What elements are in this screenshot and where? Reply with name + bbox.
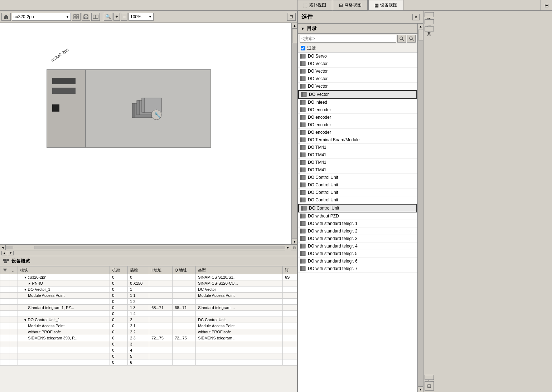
sidebar-btn-1[interactable]: 选件	[425, 12, 434, 17]
catalog-item[interactable]: DO with standard telegr. 2	[298, 227, 417, 235]
catalog-item-icon	[300, 197, 306, 203]
home-svg	[3, 14, 9, 20]
catalog-item[interactable]: DO encoder	[298, 114, 417, 121]
catalog-item[interactable]: DO Terminal Board/Module	[298, 136, 417, 144]
svg-rect-13	[137, 101, 140, 115]
panel-toggle-btn[interactable]: ⊟	[287, 13, 296, 21]
tree-arrow-icon[interactable]: ▼	[24, 288, 28, 291]
catalog-item-label: DO with standard telegr. 6	[308, 259, 358, 264]
far-right-sidebar: 选件 库 工具 任务 ⊟	[423, 11, 435, 392]
catalog-item-icon	[300, 76, 306, 82]
device-module-icon: 🔧	[132, 96, 164, 121]
search-btn-1[interactable]	[397, 35, 406, 43]
catalog-item-label: DO without PZD	[308, 214, 339, 219]
catalog-item[interactable]: DO encoder	[298, 129, 417, 136]
tab-device[interactable]: ▦ 设备视图	[368, 0, 403, 10]
table-row: 03	[0, 341, 297, 347]
catalog-item[interactable]: DO Control Unit	[298, 174, 417, 181]
catalog-item[interactable]: DO Servo	[298, 53, 417, 60]
sidebar-btn-5[interactable]: ⊟	[425, 381, 434, 391]
catalog-item[interactable]: DO encoder	[298, 106, 417, 114]
panel-arrow-down[interactable]: ▼	[8, 251, 14, 255]
catalog-item[interactable]: DO with standard telegr. 6	[298, 258, 417, 265]
icon-btn-1[interactable]	[72, 13, 81, 21]
tree-arrow-icon[interactable]: ▼	[24, 276, 28, 279]
catalog-item-label: DO TM41	[308, 160, 326, 165]
home-icon[interactable]	[1, 13, 11, 21]
table-row: 04	[0, 347, 297, 353]
zoom-dropdown[interactable]: 100% ▼	[129, 13, 154, 21]
catalog-item[interactable]: DO Vector	[298, 60, 417, 68]
catalog-item-label: DO Vector	[308, 84, 328, 89]
catalog-item[interactable]: DO with standard telegr. 3	[298, 235, 417, 242]
vscroll-up-btn[interactable]: ▲	[292, 23, 297, 29]
svg-rect-60	[300, 175, 301, 180]
sidebar-btn-3[interactable]: 工具	[425, 26, 434, 31]
catalog-title: 目录	[307, 25, 317, 32]
icon-btn-2[interactable]	[82, 13, 90, 21]
right-vscroll-up[interactable]: ▲	[418, 24, 423, 29]
catalog-item-label: DO Control Unit	[308, 197, 338, 202]
svg-rect-14	[144, 98, 161, 112]
catalog-item[interactable]: DO Vector	[298, 83, 417, 90]
tab-topology[interactable]: ⬚ 拓扑视图	[297, 0, 332, 10]
search-btn-2[interactable]	[407, 35, 416, 43]
col-filter[interactable]	[0, 266, 10, 274]
catalog-item[interactable]: DO Vector	[298, 68, 417, 75]
tree-arrow-icon[interactable]: ▼	[24, 318, 28, 322]
catalog-item-icon	[300, 213, 306, 219]
catalog-item-icon	[300, 160, 306, 165]
svg-rect-52	[300, 145, 301, 150]
catalog-item[interactable]: DO Control Unit	[298, 189, 417, 196]
sidebar-btn-2[interactable]: 库	[425, 19, 434, 24]
catalog-item[interactable]: DO Vector	[298, 75, 417, 83]
right-vscroll-down[interactable]: ▼	[418, 386, 423, 392]
tree-arrow-icon[interactable]: ►	[28, 282, 32, 285]
catalog-item[interactable]: DO Control Unit	[298, 196, 417, 204]
catalog-item[interactable]: DO with standard telegr. 5	[298, 250, 417, 258]
catalog-item[interactable]: DO Vector	[298, 90, 417, 99]
catalog-item[interactable]: DO without PZD	[298, 212, 417, 220]
zoom-plus-btn[interactable]: +	[113, 13, 120, 21]
sidebar-btn-4[interactable]: 任务	[425, 375, 434, 380]
panel-arrow-up[interactable]: ▲	[1, 251, 7, 255]
right-panel-close[interactable]: ×	[412, 14, 420, 20]
right-panel-header: 选件 ×	[298, 11, 423, 24]
search-icon	[399, 36, 404, 41]
catalog-item-label: DO with standard telegr. 1	[308, 221, 358, 226]
catalog-item[interactable]: DO Control Unit	[298, 204, 417, 212]
svg-rect-7	[84, 17, 87, 19]
vscroll-down-btn[interactable]: ▼	[292, 239, 297, 244]
catalog-item[interactable]: DO with standard telegr. 7	[298, 265, 417, 273]
catalog-item[interactable]: DO infeed	[298, 99, 417, 106]
catalog-item[interactable]: DO TM41	[298, 166, 417, 174]
device-dropdown[interactable]: cu320-2pn ▼	[12, 13, 71, 21]
catalog-item-icon	[300, 114, 306, 120]
col-module: 模块	[18, 266, 110, 274]
catalog-item[interactable]: DO TM41	[298, 144, 417, 151]
hscroll-right-btn[interactable]: ►	[285, 245, 291, 250]
table-row: ▼ DO Control Unit_102DC Control Unit	[0, 317, 297, 323]
hscroll-left-btn[interactable]: ◄	[0, 245, 6, 250]
catalog-item[interactable]: DO TM41	[298, 151, 417, 159]
catalog-chevron-icon[interactable]: ▼	[301, 26, 305, 31]
catalog-item[interactable]: DO TM41	[298, 159, 417, 166]
zoom-minus-btn[interactable]: –	[121, 13, 127, 21]
svg-rect-50	[300, 138, 301, 142]
catalog-item[interactable]: DO encoder	[298, 121, 417, 129]
icon-btn-3[interactable]	[91, 13, 100, 21]
filter-checkbox[interactable]	[301, 46, 305, 50]
svg-line-23	[402, 39, 404, 41]
catalog-item-icon	[300, 61, 306, 67]
svg-rect-18	[3, 259, 6, 261]
zoom-out-btn[interactable]: 🔍	[104, 13, 112, 21]
tab-network[interactable]: ⊞ 网络视图	[333, 0, 368, 10]
catalog-item-label: DO with standard telegr. 3	[308, 236, 358, 241]
catalog-item[interactable]: DO with standard telegr. 4	[298, 242, 417, 250]
filter-icon	[3, 268, 8, 272]
search-input[interactable]	[300, 35, 396, 43]
catalog-item-icon	[300, 236, 306, 241]
catalog-item[interactable]: DO with standard telegr. 1	[298, 220, 417, 227]
catalog-item[interactable]: DO Control Unit	[298, 181, 417, 189]
table-row: 06	[0, 359, 297, 366]
